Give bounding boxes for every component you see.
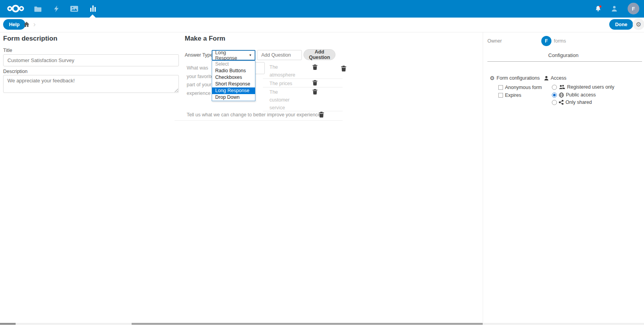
delete-option-trash-icon[interactable] — [312, 64, 318, 70]
dropdown-option-select[interactable]: Select — [212, 61, 255, 68]
horizontal-scrollbar-thumb[interactable] — [132, 323, 483, 325]
user-avatar[interactable]: F — [628, 3, 639, 14]
home-icon[interactable] — [23, 21, 30, 27]
activity-lightning-icon[interactable] — [53, 5, 59, 12]
option-row: The prices — [263, 79, 343, 87]
share-icon — [559, 100, 564, 105]
option-row: The atmosphere — [263, 62, 343, 79]
title-label: Title — [3, 48, 12, 53]
done-button[interactable]: Done — [609, 19, 633, 30]
dropdown-option-checkboxes[interactable]: Checkboxes — [212, 74, 255, 81]
form-configurations-header: ⚙ Form configurations — [490, 75, 540, 81]
add-question-button[interactable]: Add Question — [303, 49, 335, 60]
app-toolbar: Help › Done ⚙ — [0, 18, 644, 32]
help-button[interactable]: Help — [3, 19, 25, 30]
access-public-option[interactable]: Public access — [552, 92, 596, 98]
option-text: The atmosphere — [269, 63, 297, 79]
make-a-form-heading: Make a Form — [185, 35, 225, 43]
anonymous-form-label: Anonymous form — [505, 85, 542, 90]
top-navigation-bar: F — [0, 0, 644, 18]
caret-down-icon: ▼ — [249, 53, 252, 57]
question-2-text: Tell us what we can change to better imp… — [187, 112, 321, 118]
configuration-divider — [487, 61, 642, 62]
dropdown-option-short-response[interactable]: Short Response — [212, 81, 255, 87]
dropdown-option-radio-buttons[interactable]: Radio Buttons — [212, 68, 255, 74]
anonymous-form-option[interactable]: Anonymous form — [498, 85, 542, 90]
add-question-input[interactable] — [257, 50, 302, 60]
form-configurations-label: Form configurations — [497, 75, 540, 81]
horizontal-scrollbar-thumb-left[interactable] — [0, 323, 16, 325]
group-icon — [559, 85, 565, 89]
breadcrumb-separator: › — [33, 20, 36, 29]
access-label: Access — [551, 75, 566, 81]
only-shared-label: Only shared — [566, 100, 592, 105]
notifications-bell-icon[interactable] — [595, 5, 602, 12]
owner-avatar: F — [541, 36, 551, 46]
public-access-label: Public access — [566, 92, 596, 98]
files-folder-icon[interactable] — [34, 6, 42, 12]
access-header: Access — [544, 75, 566, 81]
option-row: The customer service — [263, 87, 343, 111]
question-1-text: What was your favorite part of your expe… — [187, 64, 216, 98]
description-label: Description — [3, 69, 28, 74]
answer-type-label: Answer Type: — [185, 52, 214, 58]
delete-question-trash-icon[interactable] — [319, 112, 324, 117]
expires-label: Expires — [505, 93, 521, 98]
owner-avatar-letter: F — [545, 38, 548, 44]
description-textarea[interactable]: We appreciate your feedback! — [3, 75, 179, 93]
answer-type-dropdown: Select Radio Buttons Checkboxes Short Re… — [212, 61, 255, 101]
person-icon — [544, 76, 549, 81]
registered-users-radio[interactable] — [552, 85, 557, 90]
configuration-heading: Configuration — [483, 52, 644, 58]
title-input[interactable] — [3, 54, 179, 66]
configuration-sidebar: Owner F forms Configuration ⚙ Form confi… — [483, 32, 644, 322]
gear-icon: ⚙ — [490, 76, 495, 81]
expires-checkbox[interactable] — [498, 93, 503, 98]
option-text: The customer service — [269, 88, 297, 112]
forms-barchart-icon[interactable] — [90, 5, 96, 12]
answer-type-value: Long Response — [215, 50, 249, 61]
registered-users-label: Registered users only — [567, 84, 614, 90]
owner-name: forms — [554, 38, 566, 44]
access-only-shared-option[interactable]: Only shared — [552, 100, 592, 105]
public-access-radio[interactable] — [552, 93, 557, 98]
owner-label: Owner — [487, 38, 502, 44]
option-text: The prices — [269, 80, 297, 87]
settings-button[interactable]: ⚙ — [633, 18, 644, 30]
nextcloud-logo[interactable] — [6, 3, 25, 14]
gear-icon: ⚙ — [636, 21, 641, 28]
answer-type-select[interactable]: Long Response ▼ — [212, 50, 255, 61]
delete-question-trash-icon[interactable] — [341, 66, 346, 71]
active-app-indicator — [89, 14, 96, 18]
dropdown-option-long-response[interactable]: Long Response — [212, 87, 255, 94]
gallery-photo-icon[interactable] — [70, 6, 78, 12]
contacts-person-icon[interactable] — [611, 5, 618, 12]
expires-option[interactable]: Expires — [498, 93, 521, 98]
user-avatar-letter: F — [632, 6, 635, 12]
anonymous-form-checkbox[interactable] — [498, 85, 503, 90]
delete-option-trash-icon[interactable] — [312, 80, 318, 86]
form-description-heading: Form description — [3, 35, 57, 43]
only-shared-radio[interactable] — [552, 100, 557, 105]
access-registered-option[interactable]: Registered users only — [552, 84, 614, 90]
globe-icon — [559, 93, 564, 98]
delete-option-trash-icon[interactable] — [312, 89, 318, 94]
question-row: Tell us what we can change to better imp… — [175, 110, 343, 121]
dropdown-option-drop-down[interactable]: Drop Down — [212, 94, 255, 101]
